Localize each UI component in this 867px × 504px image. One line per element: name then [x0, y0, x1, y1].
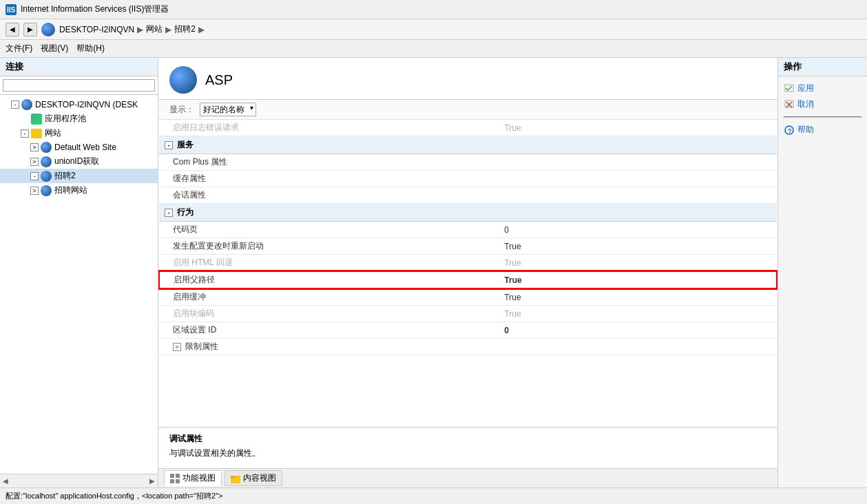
- prop-name-cache: 缓存属性: [159, 171, 499, 187]
- display-select[interactable]: 好记的名称: [200, 103, 256, 116]
- sidebar-item-zhaopin2[interactable]: - 招聘2: [0, 169, 158, 183]
- sidebar-item-apppool[interactable]: 应用程序池: [0, 112, 158, 126]
- section-behavior[interactable]: -行为: [159, 204, 777, 222]
- section-services[interactable]: -服务: [159, 136, 777, 154]
- table-row-logerrors[interactable]: 启用日志错误请求 True: [159, 120, 777, 136]
- right-panel-actions: 应用 取消 ?: [778, 76, 867, 142]
- properties-container[interactable]: 启用日志错误请求 True -服务 Com Plus 属性 缓存属: [158, 120, 777, 427]
- tab-feature-label: 功能视图: [182, 472, 216, 484]
- tab-feature-view[interactable]: 功能视图: [164, 470, 222, 486]
- table-row-cache[interactable]: 缓存属性: [159, 171, 777, 187]
- section-services-label: -服务: [159, 136, 777, 154]
- action-help[interactable]: ? 帮助: [784, 122, 861, 138]
- sidebar: 连接 - DESKTOP-I2INQVN (DESK 应用程序池 - 网站: [0, 58, 158, 487]
- breadcrumb-sites: 网站: [146, 23, 163, 35]
- table-row-session[interactable]: 会话属性: [159, 187, 777, 204]
- cancel-icon: [784, 99, 795, 110]
- right-panel-header: 操作: [778, 58, 867, 76]
- prop-value-locale: 0: [499, 322, 777, 339]
- sidebar-item-sites[interactable]: - 网站: [0, 126, 158, 140]
- path-sep-1: ▶: [137, 25, 143, 34]
- table-row-buffer[interactable]: 启用缓冲 True: [159, 288, 777, 306]
- prop-name-codepage: 代码页: [159, 222, 499, 238]
- asp-globe-icon: [169, 66, 197, 94]
- sidebar-search-area: [0, 76, 158, 95]
- tab-content-view[interactable]: 内容视图: [224, 470, 282, 486]
- prop-value-logerrors: True: [499, 120, 777, 136]
- section-toggle-behavior[interactable]: -: [165, 209, 173, 217]
- section-limits-label: >限制属性: [159, 339, 777, 355]
- display-label: 显示：: [169, 104, 194, 116]
- grid-icon: [170, 474, 180, 483]
- table-row-complus[interactable]: Com Plus 属性: [159, 154, 777, 171]
- tree-toggle-zhaopin2[interactable]: -: [30, 172, 39, 180]
- globe-icon-zhaopinsite: [41, 185, 52, 196]
- tree-toggle-unionid[interactable]: >: [30, 158, 39, 166]
- sidebar-tree: - DESKTOP-I2INQVN (DESK 应用程序池 - 网站 > Def…: [0, 95, 158, 474]
- asp-header: ASP: [158, 58, 777, 100]
- section-toggle-limits[interactable]: >: [173, 343, 181, 351]
- forward-button[interactable]: ▶: [23, 23, 37, 36]
- back-button[interactable]: ◀: [6, 23, 19, 36]
- table-row-parentpath[interactable]: 启用父路径 True: [159, 271, 777, 288]
- prop-name-restart: 发生配置更改时重新启动: [159, 238, 499, 255]
- tree-toggle-root[interactable]: -: [11, 101, 19, 109]
- title-bar: IIS Internet Information Services (IIS)管…: [0, 0, 867, 19]
- menu-view[interactable]: 视图(V): [41, 43, 68, 54]
- display-dropdown[interactable]: 好记的名称: [200, 103, 256, 116]
- svg-rect-3: [176, 474, 180, 478]
- description-text: 与调试设置相关的属性。: [169, 448, 766, 459]
- action-cancel[interactable]: 取消: [784, 96, 861, 112]
- status-bar: 配置:"localhost" applicationHost.config，<l…: [0, 487, 867, 504]
- prop-value-chunked: True: [499, 306, 777, 322]
- prop-value-parentpath: True: [499, 271, 777, 288]
- view-tabs: 功能视图 内容视图: [158, 468, 777, 487]
- table-row-htmlfallback[interactable]: 启用 HTML 回退 True: [159, 255, 777, 272]
- prop-name-buffer: 启用缓冲: [159, 288, 499, 306]
- table-row-locale[interactable]: 区域设置 ID 0: [159, 322, 777, 339]
- sidebar-header: 连接: [0, 58, 158, 76]
- description-area: 调试属性 与调试设置相关的属性。: [158, 427, 777, 468]
- svg-text:IIS: IIS: [7, 6, 16, 14]
- breadcrumb-site: 招聘2: [174, 23, 196, 35]
- sidebar-item-label-unionid: unionID获取: [54, 156, 99, 167]
- svg-rect-5: [176, 479, 180, 483]
- action-apply[interactable]: 应用: [784, 81, 861, 96]
- prop-name-session: 会话属性: [159, 187, 499, 204]
- globe-icon-unionid: [41, 156, 52, 167]
- svg-rect-4: [170, 479, 174, 483]
- tree-toggle-sites[interactable]: -: [21, 129, 29, 138]
- folder-icon: [231, 474, 240, 483]
- menu-help[interactable]: 帮助(H): [76, 43, 105, 54]
- sidebar-item-default[interactable]: > Default Web Site: [0, 140, 158, 154]
- tab-content-label: 内容视图: [243, 472, 276, 484]
- prop-value-buffer: True: [499, 288, 777, 306]
- breadcrumb-server: DESKTOP-I2INQVN: [59, 25, 134, 34]
- right-panel: 操作 应用: [777, 58, 867, 487]
- search-input[interactable]: [3, 79, 155, 92]
- prop-name-parentpath: 启用父路径: [159, 271, 499, 288]
- table-row-codepage[interactable]: 代码页 0: [159, 222, 777, 238]
- tree-toggle-default[interactable]: >: [30, 143, 39, 151]
- asp-title: ASP: [205, 72, 233, 88]
- sidebar-item-root[interactable]: - DESKTOP-I2INQVN (DESK: [0, 98, 158, 112]
- address-globe-icon: [41, 23, 55, 36]
- description-title: 调试属性: [169, 433, 766, 445]
- sidebar-item-zhaopinsite[interactable]: > 招聘网站: [0, 183, 158, 198]
- menu-file[interactable]: 文件(F): [6, 43, 32, 54]
- menu-bar: 文件(F) 视图(V) 帮助(H): [0, 40, 867, 58]
- sidebar-item-label-zhaopinsite: 招聘网站: [54, 185, 87, 196]
- globe-icon: [21, 99, 32, 110]
- window-title: Internet Information Services (IIS)管理器: [21, 3, 169, 15]
- sidebar-item-unionid[interactable]: > unionID获取: [0, 154, 158, 169]
- svg-line-10: [788, 86, 792, 90]
- tree-toggle-zhaopinsite[interactable]: >: [30, 187, 39, 195]
- prop-name-htmlfallback: 启用 HTML 回退: [159, 255, 499, 272]
- table-row-limits[interactable]: >限制属性: [159, 339, 777, 355]
- table-row-chunked[interactable]: 启用块编码 True: [159, 306, 777, 322]
- table-row-restart[interactable]: 发生配置更改时重新启动 True: [159, 238, 777, 255]
- section-toggle-services[interactable]: -: [165, 141, 173, 149]
- prop-value-cache: [499, 171, 777, 187]
- content-area: ASP 显示： 好记的名称 启用日志错误请求 True: [158, 58, 777, 487]
- prop-value-restart: True: [499, 238, 777, 255]
